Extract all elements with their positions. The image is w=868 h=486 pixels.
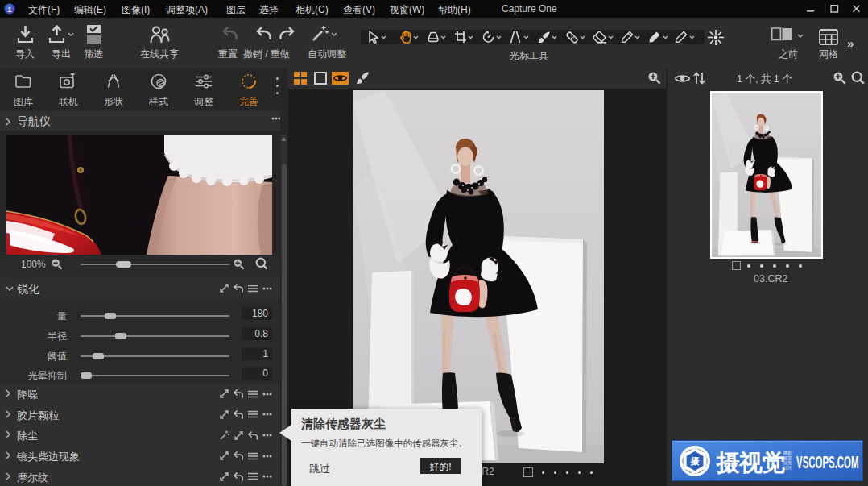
svg-text:1: 1 [7,6,11,14]
svg-text:摄: 摄 [690,456,701,466]
